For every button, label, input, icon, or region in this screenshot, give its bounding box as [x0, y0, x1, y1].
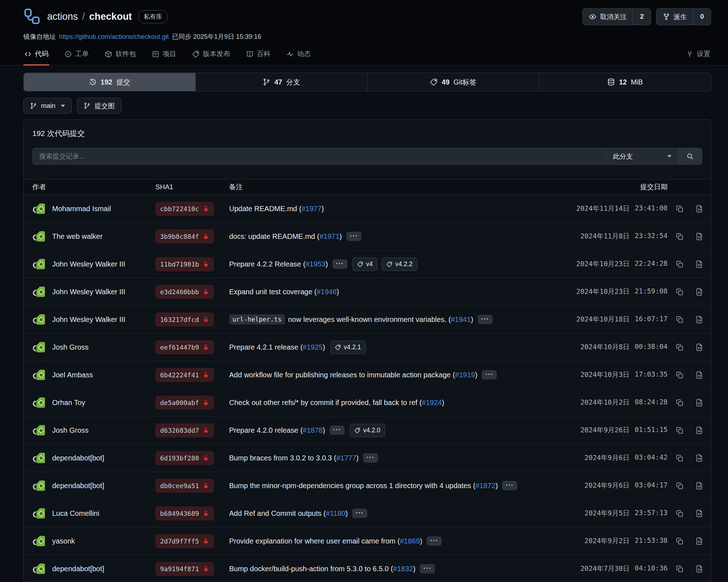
- commit-sha-link[interactable]: 163217dfcd: [155, 313, 214, 327]
- commit-sha-link[interactable]: de5a000abf: [155, 396, 214, 410]
- tab-packages[interactable]: 软件包: [104, 45, 137, 65]
- commit-author-link[interactable]: The web walker: [32, 229, 155, 244]
- issue-link[interactable]: #1872: [476, 482, 496, 490]
- tag-pill[interactable]: v4.2.1: [330, 341, 366, 354]
- commit-graph-button[interactable]: 提交图: [77, 98, 121, 114]
- commit-sha-link[interactable]: 9a9194f871: [155, 562, 214, 576]
- expand-commit-button[interactable]: ···: [363, 453, 378, 463]
- tab-projects[interactable]: 项目: [151, 45, 177, 65]
- commit-sha-link[interactable]: d632683dd7: [155, 423, 214, 437]
- browse-source-icon[interactable]: [695, 565, 704, 573]
- copy-sha-button[interactable]: [675, 509, 684, 518]
- summary-commits[interactable]: 192提交: [24, 73, 195, 91]
- browse-source-icon[interactable]: [695, 371, 704, 379]
- tab-settings[interactable]: 设置: [685, 45, 711, 65]
- copy-sha-button[interactable]: [675, 315, 684, 324]
- expand-commit-button[interactable]: ···: [420, 564, 435, 573]
- commit-search-input[interactable]: [33, 148, 606, 164]
- commit-author-link[interactable]: John Wesley Walker III: [32, 257, 155, 271]
- browse-source-icon[interactable]: [695, 482, 704, 490]
- issue-link[interactable]: #1777: [336, 454, 356, 462]
- summary-size[interactable]: 12MiB: [539, 73, 711, 91]
- commit-author-link[interactable]: John Wesley Walker III: [32, 285, 155, 299]
- copy-sha-button[interactable]: [675, 371, 684, 379]
- copy-sha-button[interactable]: [675, 537, 684, 545]
- browse-source-icon[interactable]: [695, 232, 704, 241]
- commit-sha-link[interactable]: 2d7d9f7ff5: [155, 534, 214, 548]
- expand-commit-button[interactable]: ···: [332, 259, 347, 269]
- commit-sha-link[interactable]: eef61447b9: [155, 340, 214, 354]
- copy-sha-button[interactable]: [675, 482, 684, 490]
- summary-tags[interactable]: 49Git标签: [367, 73, 539, 91]
- tag-pill[interactable]: v4: [352, 258, 377, 271]
- browse-source-icon[interactable]: [695, 426, 704, 435]
- branch-filter-select[interactable]: 此分支: [606, 148, 678, 164]
- summary-branches[interactable]: 47分支: [195, 73, 367, 91]
- browse-source-icon[interactable]: [695, 260, 704, 268]
- commit-author-link[interactable]: dependabot[bot]: [32, 478, 155, 493]
- expand-commit-button[interactable]: ···: [352, 509, 367, 518]
- issue-link[interactable]: #1869: [400, 537, 420, 545]
- issue-link[interactable]: #1977: [301, 205, 322, 213]
- issue-link[interactable]: #1946: [317, 288, 337, 296]
- browse-source-icon[interactable]: [695, 509, 704, 518]
- tab-code[interactable]: 代码: [23, 45, 49, 65]
- commit-author-link[interactable]: Josh Gross: [32, 423, 155, 437]
- expand-commit-button[interactable]: ···: [346, 232, 361, 241]
- commit-author-link[interactable]: Orhan Toy: [32, 395, 155, 410]
- copy-sha-button[interactable]: [675, 454, 684, 462]
- tag-pill[interactable]: v4.2.0: [350, 424, 385, 437]
- commit-sha-link[interactable]: 11bd71901b: [155, 257, 214, 271]
- commit-sha-link[interactable]: b684943689: [155, 506, 214, 520]
- tab-issues[interactable]: 工单: [64, 45, 90, 65]
- issue-link[interactable]: #1919: [455, 371, 475, 379]
- commit-sha-link[interactable]: e3d2460bbb: [155, 285, 214, 299]
- browse-source-icon[interactable]: [695, 315, 704, 324]
- copy-sha-button[interactable]: [675, 260, 684, 268]
- fork-button[interactable]: 派生 0: [656, 8, 711, 25]
- mirror-url-link[interactable]: https://github.com/actions/checkout.git: [59, 33, 169, 41]
- repo-owner-link[interactable]: actions: [47, 11, 78, 22]
- expand-commit-button[interactable]: ···: [329, 426, 345, 435]
- copy-sha-button[interactable]: [675, 288, 684, 296]
- copy-sha-button[interactable]: [675, 205, 684, 213]
- commit-sha-link[interactable]: 6b42224f41: [155, 368, 214, 382]
- browse-source-icon[interactable]: [695, 205, 704, 213]
- copy-sha-button[interactable]: [675, 343, 684, 351]
- tab-releases[interactable]: 版本发布: [191, 45, 231, 65]
- browse-source-icon[interactable]: [695, 399, 704, 407]
- expand-commit-button[interactable]: ···: [482, 370, 497, 379]
- tab-activity[interactable]: 动态: [286, 45, 311, 65]
- issue-link[interactable]: #1925: [303, 343, 323, 351]
- browse-source-icon[interactable]: [695, 454, 704, 462]
- issue-link[interactable]: #1832: [393, 565, 413, 573]
- commit-sha-link[interactable]: cbb722410c: [155, 202, 214, 216]
- issue-link[interactable]: #1941: [451, 315, 471, 324]
- tag-pill[interactable]: v4.2.2: [382, 258, 417, 271]
- commit-author-link[interactable]: Joel Ambass: [32, 368, 155, 382]
- browse-source-icon[interactable]: [695, 537, 704, 545]
- copy-sha-button[interactable]: [675, 565, 684, 573]
- copy-sha-button[interactable]: [675, 232, 684, 241]
- commit-author-link[interactable]: Mohammad Ismail: [32, 201, 155, 216]
- branch-selector[interactable]: main: [23, 98, 72, 114]
- expand-commit-button[interactable]: ···: [427, 536, 442, 546]
- commit-author-link[interactable]: John Wesley Walker III: [32, 312, 155, 327]
- repo-name-link[interactable]: checkout: [89, 11, 132, 22]
- issue-link[interactable]: #1924: [422, 399, 442, 407]
- issue-link[interactable]: #1878: [303, 426, 323, 435]
- commit-author-link[interactable]: dependabot[bot]: [32, 561, 155, 576]
- commit-author-link[interactable]: dependabot[bot]: [32, 451, 155, 465]
- commit-author-link[interactable]: Luca Comellini: [32, 506, 155, 520]
- commit-author-link[interactable]: yasonk: [32, 534, 155, 548]
- unwatch-button[interactable]: 取消关注 2: [582, 8, 651, 25]
- copy-sha-button[interactable]: [675, 426, 684, 435]
- expand-commit-button[interactable]: ···: [478, 315, 493, 324]
- commit-author-link[interactable]: Josh Gross: [32, 340, 155, 354]
- copy-sha-button[interactable]: [675, 399, 684, 407]
- browse-source-icon[interactable]: [695, 343, 704, 351]
- expand-commit-button[interactable]: ···: [502, 481, 517, 490]
- issue-link[interactable]: #1971: [319, 232, 340, 241]
- browse-source-icon[interactable]: [695, 288, 704, 296]
- search-submit-button[interactable]: [678, 148, 702, 164]
